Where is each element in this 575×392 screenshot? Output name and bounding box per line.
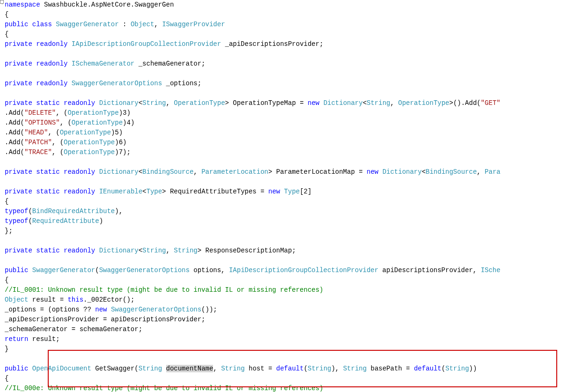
field-name: OperationTypeMap (233, 99, 295, 107)
add-call: .Add( (5, 119, 24, 126)
str-head: "HEAD" (24, 129, 48, 136)
end: )7); (115, 148, 131, 156)
field-type: ISchemaGenerator (72, 60, 134, 67)
kw-private: private (5, 60, 32, 67)
str-get: "GET" (481, 99, 501, 107)
sep: , ( (56, 109, 67, 117)
add-call: .Add( (5, 139, 24, 146)
param-name: host = (249, 365, 272, 372)
kw-static: static (36, 99, 59, 107)
eq: = (359, 168, 362, 176)
end: )5) (111, 129, 123, 136)
ident: result = (32, 296, 64, 303)
assign: _options = (options ?? (5, 306, 91, 313)
str-delete: "DELETE" (24, 109, 56, 117)
tval: String (174, 247, 197, 254)
tkey: String (367, 99, 390, 107)
code-editor[interactable]: namespace Swashbuckle.AspNetCore.Swagger… (0, 0, 575, 392)
method-name: GetSwagger (95, 365, 134, 372)
kw-default: default (276, 365, 304, 372)
kw-static: static (36, 188, 59, 195)
cast: OperationType (64, 148, 115, 156)
sep: , ( (48, 129, 59, 136)
field-name: ParameterLocationMap (276, 168, 355, 176)
end: )6) (115, 139, 126, 146)
kw-static: static (36, 168, 59, 176)
str-trace: "TRACE" (24, 148, 52, 156)
kw-this: this (67, 296, 83, 303)
assign: _schemaGenerator = schemaGenerator; (5, 325, 142, 333)
kw-new: new (367, 168, 378, 176)
field-name: _options; (166, 80, 201, 87)
kw-public: public (5, 266, 28, 274)
add-call: .Add( (5, 109, 24, 117)
attr-type: RequiredAttribute (32, 217, 99, 225)
sep: , ( (52, 139, 64, 146)
param-name: apiDescriptionsProvider, (383, 266, 477, 274)
kw-typeof: typeof (5, 217, 28, 225)
kw-private: private (5, 188, 32, 195)
comment: //IL_000e: Unknown result type (might be… (5, 385, 324, 392)
kw-readonly: readonly (64, 168, 95, 176)
str-patch: "PATCH" (24, 139, 52, 146)
brace-open: { (5, 11, 8, 18)
param-selected[interactable]: documentName (166, 365, 214, 372)
kw-static: static (36, 247, 59, 254)
attr-type: BindRequiredAttribute (32, 207, 115, 215)
colon: : (123, 21, 126, 28)
add-call: .Add( (5, 129, 24, 136)
field-type: SwaggerGeneratorOptions (72, 80, 162, 87)
ctor-name: SwaggerGenerator (32, 266, 95, 274)
param-type: String (343, 365, 367, 372)
tkey: BindingSource (142, 168, 193, 176)
kw-default: default (414, 365, 442, 372)
eq: = (300, 99, 303, 107)
fold-icon[interactable] (0, 0, 4, 4)
kw-typeof: typeof (5, 207, 28, 215)
field-name: RequiredAttributeTypes (170, 188, 257, 195)
kw-readonly: readonly (64, 247, 95, 254)
targ: Type (147, 188, 162, 195)
tval: OperationType (174, 99, 225, 107)
tkey: String (142, 99, 166, 107)
kw-new: new (308, 99, 319, 107)
param-type: String (139, 365, 162, 372)
end: )4) (123, 119, 134, 126)
kw-class: class (32, 21, 52, 28)
arr: [2] (300, 188, 311, 195)
obj-type: Object (5, 296, 28, 303)
kw-public: public (5, 365, 28, 372)
kw-public: public (5, 21, 28, 28)
call: ._002Ector(); (83, 296, 134, 303)
tval: ParameterLocation (201, 168, 268, 176)
kw-private: private (5, 80, 32, 87)
kw-private: private (5, 168, 32, 176)
type-type: Type (284, 188, 300, 195)
param-name: basePath = (371, 365, 410, 372)
ienum-type: IEnumerable (99, 188, 142, 195)
kw-readonly: readonly (64, 99, 95, 107)
cast: OperationType (60, 129, 111, 136)
comment: //IL_0001: Unknown result type (might be… (5, 286, 324, 294)
sep: , ( (52, 148, 64, 156)
end: )3) (119, 109, 131, 117)
type: SwaggerGeneratorOptions (111, 306, 201, 313)
kw-private: private (5, 247, 32, 254)
param-type: String (221, 365, 244, 372)
field-name: ResponseDescriptionMap; (206, 247, 296, 254)
class-name: SwaggerGenerator (56, 21, 118, 28)
dict-type: Dictionary (324, 99, 363, 107)
add-call: .Add( (5, 148, 24, 156)
dict-type: Dictionary (99, 168, 139, 176)
kw-new: new (268, 188, 280, 195)
dict-type: Dictionary (99, 99, 139, 107)
param-type-cut: ISche (481, 266, 501, 274)
field-type: IApiDescriptionGroupCollectionProvider (72, 40, 221, 48)
str-options: "OPTIONS" (24, 119, 60, 126)
namespace-name: Swashbuckle.AspNetCore.SwaggerGen (44, 1, 174, 8)
eq: = (260, 188, 264, 195)
dict-type: Dictionary (383, 168, 422, 176)
cast: OperationType (67, 109, 118, 117)
base-type: Object (131, 21, 154, 28)
field-name: _schemaGenerator; (139, 60, 206, 67)
